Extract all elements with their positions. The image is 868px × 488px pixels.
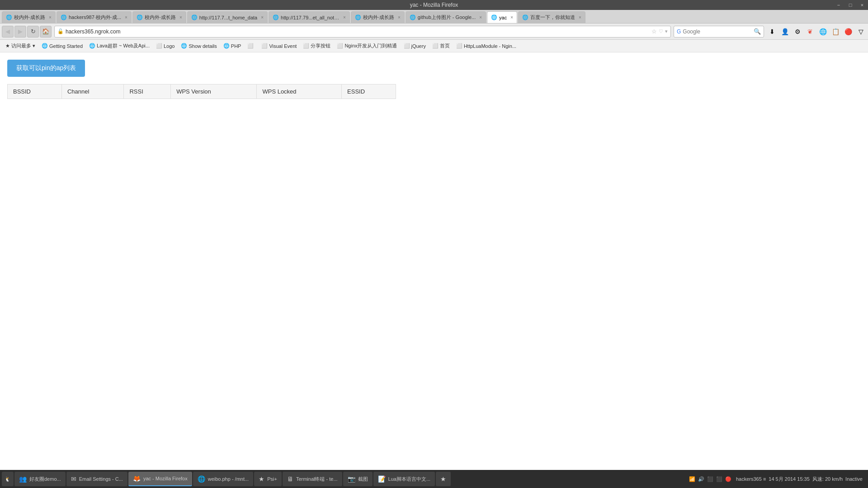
bookmark-label-4: Show details — [189, 43, 217, 49]
bookmark-item-5[interactable]: 🌐PHP — [221, 41, 244, 51]
bookmark-item-7[interactable]: ⬜Visual Event — [259, 41, 299, 51]
bookmark-label-0: 访问最多 ▾ — [11, 42, 35, 49]
tab-close-icon[interactable]: × — [125, 15, 127, 20]
bookmark-label-9: Nginx开发从入门到精通 — [344, 42, 397, 49]
main-content: 获取可以pin的ap列表 BSSIDChannelRSSIWPS Version… — [0, 52, 868, 470]
table-header-essid: ESSID — [342, 84, 396, 99]
bookmark-star-icon[interactable]: ☆ — [651, 28, 657, 35]
taskbar-item-weibo[interactable]: 🌐 weibo.php - /mnt... — [193, 472, 254, 486]
close-button[interactable]: × — [856, 0, 868, 10]
settings-icon[interactable]: ⚙ — [792, 26, 803, 37]
bookmark-item-6[interactable]: ⬜ — [245, 41, 258, 51]
tab-tab7[interactable]: 🌐github上传图片 - Google...× — [406, 11, 486, 23]
minimize-button[interactable]: − — [833, 0, 844, 10]
ap-table: BSSIDChannelRSSIWPS VersionWPS LockedESS… — [7, 84, 396, 99]
bookmark-icon-7: ⬜ — [261, 43, 268, 49]
extra-icon2[interactable]: 📋 — [830, 26, 841, 37]
table-header-wps-version: WPS Version — [171, 84, 257, 99]
bookmark-item-9[interactable]: ⬜Nginx开发从入门到精通 — [334, 41, 400, 51]
tab-favicon: 🌐 — [191, 14, 198, 20]
sound-icon: 🔊 — [698, 476, 704, 482]
bookmark-item-10[interactable]: ⬜jQuery — [401, 41, 429, 51]
bookmark-label-3: Logo — [164, 43, 175, 49]
tab-favicon: 🌐 — [273, 14, 279, 20]
theme-icon[interactable]: ❦ — [805, 26, 816, 37]
tab-close-icon[interactable]: × — [479, 15, 482, 20]
download-icon[interactable]: ⬇ — [767, 26, 778, 37]
bookmark-item-0[interactable]: ★访问最多 ▾ — [3, 41, 38, 51]
taskbar-label-firefox: yac - Mozilla Firefox — [143, 476, 188, 481]
inactive-label: Inactive — [845, 476, 863, 482]
taskbar-item-terminal[interactable]: 🖥 Terminal终端 - te... — [283, 472, 342, 486]
taskbar-item-psi[interactable]: ★ Psi+ — [254, 472, 282, 486]
bookmark-item-12[interactable]: ⬜HttpLuaModule - Ngin... — [453, 41, 519, 51]
tab-favicon: 🌐 — [137, 14, 143, 20]
reload-button[interactable]: ↻ — [27, 26, 39, 38]
tab-close-icon[interactable]: × — [579, 15, 581, 20]
maximize-button[interactable]: □ — [844, 0, 856, 10]
bookmark-label-2: Lava超群 ~ Web及Api... — [97, 42, 150, 49]
taskbar-label-screenshot: 截图 — [358, 476, 368, 483]
home-button[interactable]: 🏠 — [40, 26, 52, 38]
extra-icon4[interactable]: ▽ — [855, 26, 866, 37]
tab-close-icon[interactable]: × — [49, 15, 52, 20]
tab-close-icon[interactable]: × — [510, 15, 513, 20]
search-input[interactable] — [683, 28, 752, 35]
taskbar-status-icon2: ⬛ — [716, 476, 722, 482]
tab-close-icon[interactable]: × — [179, 15, 182, 20]
taskbar-item-email[interactable]: ✉ Email Settings - C... — [66, 472, 127, 486]
titlebar-buttons: − □ × — [833, 0, 868, 10]
extra-icon3[interactable]: 🔴 — [843, 26, 854, 37]
address-input[interactable] — [66, 28, 650, 35]
tab-tab1[interactable]: 🌐校内外·成长路× — [2, 11, 56, 23]
tab-tab6[interactable]: 🌐校内外·成长路× — [351, 11, 405, 23]
back-button[interactable]: ◀ — [2, 26, 14, 38]
taskbar-label-email: Email Settings - C... — [79, 476, 123, 482]
tab-tab3[interactable]: 🌐校内外·成长路× — [132, 11, 186, 23]
taskbar-app-label: hackers365 ≡ — [736, 476, 766, 482]
address-bar-container: 🔓 ☆ ♡ ▾ — [54, 26, 671, 38]
tab-tab8[interactable]: 🌐yac× — [487, 11, 517, 23]
heart-icon: ♡ — [659, 28, 663, 34]
tab-tab2[interactable]: 🌐hackers987·校内外·成...× — [57, 11, 132, 23]
search-icon[interactable]: 🔍 — [754, 28, 761, 35]
tab-favicon: 🌐 — [61, 14, 67, 20]
bookmark-icon-10: ⬜ — [404, 43, 410, 49]
tab-close-icon[interactable]: × — [398, 15, 401, 20]
tab-tab5[interactable]: 🌐http://117.79...et_all_notice× — [269, 11, 350, 23]
taskbar-label-terminal: Terminal终端 - te... — [296, 476, 338, 483]
bookmark-icon-8: ⬜ — [303, 43, 309, 49]
tab-tab4[interactable]: 🌐http://117.7...t_home_data× — [187, 11, 268, 23]
bookmark-icon-2: 🌐 — [89, 43, 95, 49]
tab-tab9[interactable]: 🌐百度一下，你就知道× — [518, 11, 585, 23]
user-icon[interactable]: 👤 — [779, 26, 790, 37]
bookmark-item-2[interactable]: 🌐Lava超群 ~ Web及Api... — [86, 41, 152, 51]
taskbar-icon-psi: ★ — [259, 475, 264, 483]
bookmark-item-3[interactable]: ⬜Logo — [153, 41, 177, 51]
search-bar-container: G 🔍 — [674, 26, 764, 38]
navbar: ◀ ▶ ↻ 🏠 🔓 ☆ ♡ ▾ G 🔍 ⬇ 👤 ⚙ ❦ 🌐 📋 🔴 ▽ — [0, 23, 868, 40]
bookmark-item-1[interactable]: 🌐Getting Started — [39, 41, 85, 51]
tab-label: 校内外·成长路 — [145, 14, 176, 21]
taskbar-item-friendcircle[interactable]: 👥 好友圈demo... — [14, 472, 66, 486]
extra-icon1[interactable]: 🌐 — [817, 26, 828, 37]
tab-close-icon[interactable]: × — [261, 15, 264, 20]
bookmark-item-4[interactable]: 🌐Show details — [178, 41, 219, 51]
forward-button[interactable]: ▶ — [14, 26, 26, 38]
tab-label: hackers987·校内外·成... — [69, 14, 121, 21]
taskbar-apps-button[interactable]: 🐧 — [2, 472, 14, 486]
table-header-rssi: RSSI — [124, 84, 171, 99]
bookmark-icon-1: 🌐 — [42, 43, 48, 49]
tab-close-icon[interactable]: × — [343, 15, 346, 20]
bookmark-item-8[interactable]: ⬜分享按钮 — [300, 41, 333, 51]
bookmark-icon-12: ⬜ — [456, 43, 462, 49]
taskbar-item-lua[interactable]: 📝 Lua脚本语言中文... — [373, 472, 435, 486]
get-ap-list-button[interactable]: 获取可以pin的ap列表 — [7, 60, 85, 77]
taskbar-item-firefox[interactable]: 🦊 yac - Mozilla Firefox — [128, 472, 192, 486]
taskbar-item-star[interactable]: ★ — [436, 472, 451, 486]
taskbar-item-screenshot[interactable]: 📷 截图 — [343, 472, 373, 486]
bookmark-icon-3: ⬜ — [156, 43, 162, 49]
bookmark-item-11[interactable]: ⬜首页 — [429, 41, 453, 51]
taskbar-icon-lua: 📝 — [378, 475, 386, 483]
taskbar-icon-screenshot: 📷 — [348, 475, 355, 483]
